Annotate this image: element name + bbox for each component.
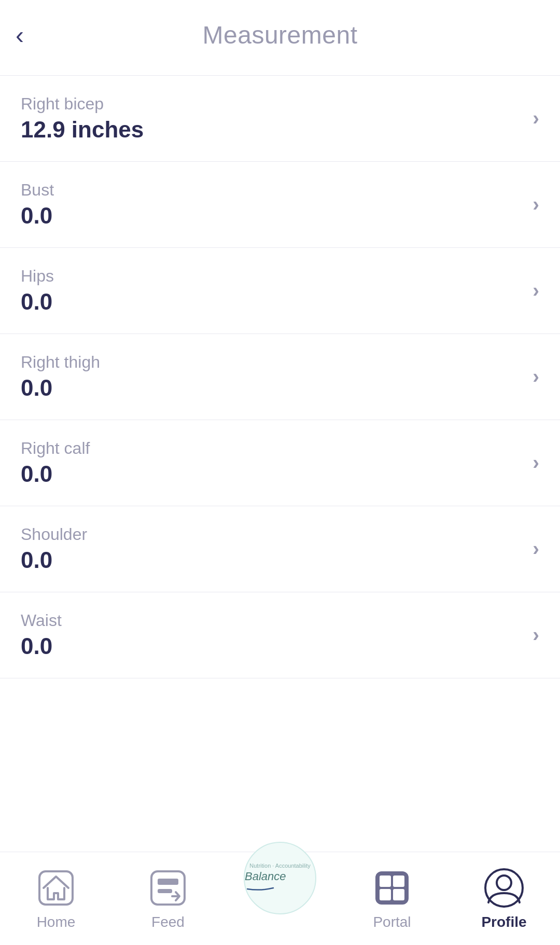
measurement-info: Right thigh 0.0 (21, 353, 100, 401)
header: ‹ Measurement (0, 0, 560, 60)
chevron-right-icon: › (533, 538, 539, 560)
measurement-item[interactable]: Right calf 0.0 › (0, 420, 560, 506)
bottom-nav: Home Feed Nutrition · Accountability Bal… (0, 852, 560, 945)
svg-point-11 (497, 875, 511, 890)
measurement-label: Hips (21, 267, 54, 286)
back-button[interactable]: ‹ (16, 23, 24, 48)
chevron-right-icon: › (533, 280, 539, 302)
svg-rect-7 (393, 875, 404, 887)
balance-logo-sub: Nutrition · Accountability (245, 863, 315, 869)
measurement-item[interactable]: Right thigh 0.0 › (0, 334, 560, 420)
measurement-value: 0.0 (21, 203, 54, 229)
chevron-right-icon: › (533, 193, 539, 216)
measurement-label: Right bicep (21, 94, 144, 114)
measurement-info: Bust 0.0 (21, 180, 54, 229)
measurement-label: Bust (21, 180, 54, 200)
balance-logo: Nutrition · Accountability Balance (244, 842, 316, 914)
measurement-item[interactable]: Bust 0.0 › (0, 162, 560, 248)
measurement-info: Right bicep 12.9 inches (21, 94, 144, 143)
measurement-info: Hips 0.0 (21, 267, 54, 315)
nav-item-balance[interactable]: Nutrition · Accountability Balance (224, 842, 336, 914)
measurement-value: 0.0 (21, 461, 90, 487)
measurement-info: Waist 0.0 (21, 611, 62, 659)
portal-icon (371, 867, 413, 909)
measurement-label: Right calf (21, 439, 90, 458)
nav-item-portal[interactable]: Portal (336, 867, 448, 930)
svg-rect-8 (380, 889, 391, 900)
portal-label: Portal (373, 914, 411, 930)
measurement-label: Waist (21, 611, 62, 630)
profile-label: Profile (481, 914, 526, 930)
measurement-info: Right calf 0.0 (21, 439, 90, 487)
feed-label: Feed (151, 914, 185, 930)
nav-item-profile[interactable]: Profile (448, 867, 560, 930)
measurement-info: Shoulder 0.0 (21, 525, 87, 573)
page-title: Measurement (203, 21, 358, 49)
svg-rect-2 (158, 879, 178, 885)
feed-icon (147, 867, 189, 909)
chevron-right-icon: › (533, 107, 539, 130)
measurement-label: Right thigh (21, 353, 100, 372)
measurement-value: 12.9 inches (21, 117, 144, 143)
svg-rect-1 (151, 871, 185, 905)
home-icon (35, 867, 77, 909)
measurement-list: Right bicep 12.9 inches › Bust 0.0 › Hip… (0, 75, 560, 678)
measurement-item[interactable]: Right bicep 12.9 inches › (0, 75, 560, 162)
measurement-item[interactable]: Shoulder 0.0 › (0, 506, 560, 592)
measurement-value: 0.0 (21, 289, 54, 315)
measurement-value: 0.0 (21, 547, 87, 573)
svg-rect-3 (158, 889, 172, 893)
balance-logo-text: Balance (245, 870, 286, 883)
chevron-right-icon: › (533, 366, 539, 388)
measurement-value: 0.0 (21, 375, 100, 401)
chevron-right-icon: › (533, 624, 539, 646)
home-label: Home (37, 914, 76, 930)
nav-item-feed[interactable]: Feed (112, 867, 224, 930)
measurement-label: Shoulder (21, 525, 87, 544)
svg-rect-6 (380, 875, 391, 887)
nav-item-home[interactable]: Home (0, 867, 112, 930)
measurement-item[interactable]: Waist 0.0 › (0, 592, 560, 678)
measurement-item[interactable]: Hips 0.0 › (0, 248, 560, 334)
profile-icon (483, 867, 525, 909)
measurement-value: 0.0 (21, 633, 62, 659)
svg-rect-9 (393, 889, 404, 900)
chevron-right-icon: › (533, 452, 539, 474)
